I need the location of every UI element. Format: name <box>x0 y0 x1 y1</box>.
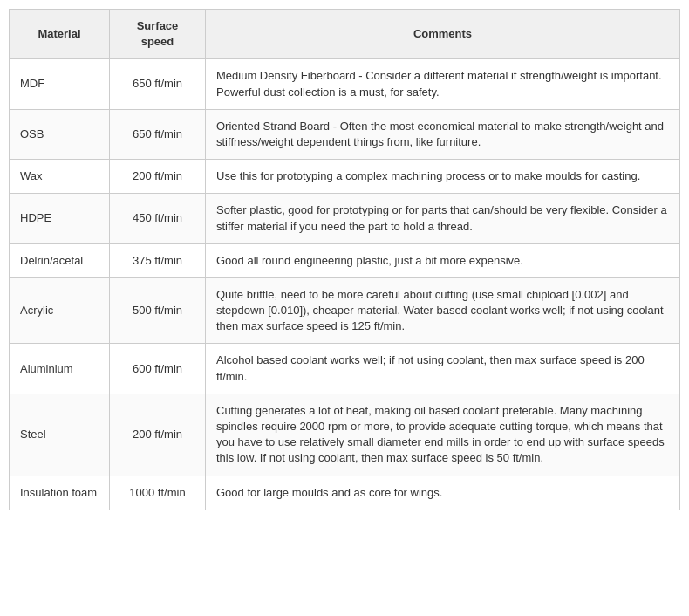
materials-table: Material Surface speed Comments MDF650 f… <box>9 9 680 510</box>
table-header-row: Material Surface speed Comments <box>10 10 680 59</box>
header-material: Material <box>10 10 110 59</box>
speed-cell: 375 ft/min <box>110 243 206 277</box>
table-row: Aluminium600 ft/minAlcohol based coolant… <box>10 344 680 394</box>
material-cell: Aluminium <box>10 344 110 394</box>
table-row: MDF650 ft/minMedium Density Fiberboard -… <box>10 59 680 109</box>
speed-cell: 650 ft/min <box>110 59 206 109</box>
comment-cell: Alcohol based coolant works well; if not… <box>206 344 680 394</box>
speed-cell: 450 ft/min <box>110 194 206 243</box>
table-container: Material Surface speed Comments MDF650 f… <box>0 0 689 519</box>
header-comments: Comments <box>206 10 680 59</box>
table-row: HDPE450 ft/minSofter plastic, good for p… <box>10 194 680 243</box>
material-cell: Insulation foam <box>10 476 110 510</box>
material-cell: MDF <box>10 59 110 109</box>
table-row: Delrin/acetal375 ft/minGood all round en… <box>10 243 680 277</box>
material-cell: HDPE <box>10 194 110 243</box>
comment-cell: Softer plastic, good for prototyping or … <box>206 194 680 243</box>
table-row: Wax200 ft/minUse this for prototyping a … <box>10 160 680 194</box>
comment-cell: Cutting generates a lot of heat, making … <box>206 394 680 476</box>
material-cell: Steel <box>10 394 110 476</box>
material-cell: Wax <box>10 160 110 194</box>
speed-cell: 500 ft/min <box>110 277 206 344</box>
speed-cell: 650 ft/min <box>110 109 206 159</box>
material-cell: OSB <box>10 109 110 159</box>
table-row: Acrylic500 ft/minQuite brittle, need to … <box>10 277 680 344</box>
comment-cell: Good for large moulds and as core for wi… <box>206 476 680 510</box>
table-row: Steel200 ft/minCutting generates a lot o… <box>10 394 680 476</box>
speed-cell: 200 ft/min <box>110 160 206 194</box>
material-cell: Delrin/acetal <box>10 243 110 277</box>
table-row: Insulation foam1000 ft/minGood for large… <box>10 476 680 510</box>
comment-cell: Good all round engineering plastic, just… <box>206 243 680 277</box>
comment-cell: Oriented Strand Board - Often the most e… <box>206 109 680 159</box>
comment-cell: Medium Density Fiberboard - Consider a d… <box>206 59 680 109</box>
comment-cell: Quite brittle, need to be more careful a… <box>206 277 680 344</box>
speed-cell: 1000 ft/min <box>110 476 206 510</box>
material-cell: Acrylic <box>10 277 110 344</box>
table-row: OSB650 ft/minOriented Strand Board - Oft… <box>10 109 680 159</box>
comment-cell: Use this for prototyping a complex machi… <box>206 160 680 194</box>
speed-cell: 600 ft/min <box>110 344 206 394</box>
speed-cell: 200 ft/min <box>110 394 206 476</box>
header-speed: Surface speed <box>110 10 206 59</box>
